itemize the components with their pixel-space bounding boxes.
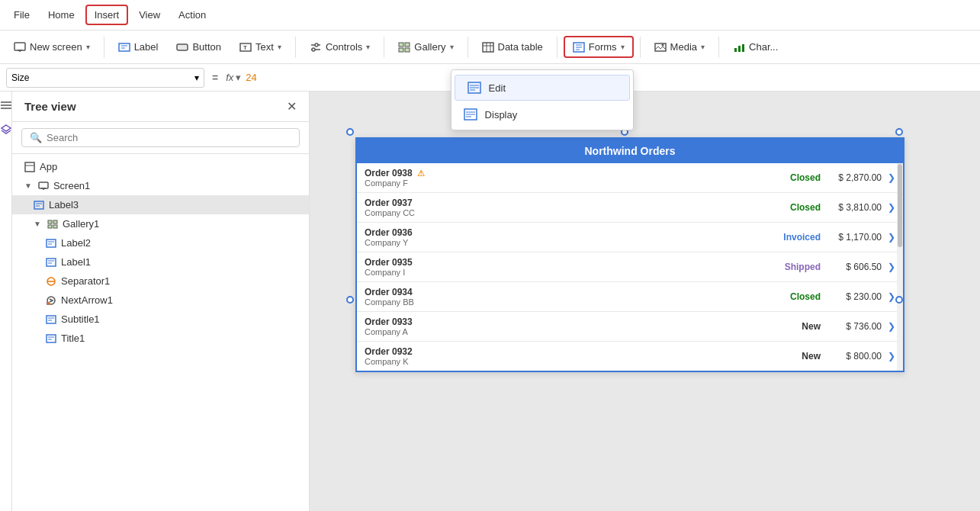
warning-icon-0: ⚠ [417,169,425,178]
svg-point-10 [315,43,318,47]
svg-rect-44 [39,182,48,188]
tree-close-button[interactable]: ✕ [287,99,297,114]
svg-rect-51 [53,220,57,223]
handle-br[interactable] [895,296,903,304]
handle-tr[interactable] [895,128,903,136]
forms-display-item[interactable]: Display [451,102,633,127]
order-info: Order 0934 Company BB [365,287,760,307]
svg-rect-65 [47,316,56,323]
divider-4 [468,37,468,58]
tree-item-title1[interactable]: Title1 [12,329,309,348]
fx-label: fx [226,72,233,83]
menu-action[interactable]: Action [171,6,214,24]
svg-rect-15 [399,48,403,52]
tree-item-app[interactable]: App [12,157,309,176]
toolbar: New screen ▾ Label Button T Text ▾ [0,31,980,64]
svg-rect-37 [742,44,744,52]
svg-rect-17 [483,43,493,52]
svg-rect-68 [47,335,56,342]
tree-item-subtitle1[interactable]: Subtitle1 [12,310,309,329]
text-chevron: ▾ [278,43,281,51]
order-row[interactable]: Order 0937 Company CC Closed $ 3,810.00 … [357,193,903,223]
tree-item-separator1[interactable]: Separator1 [12,272,309,291]
forms-display-icon [464,108,477,121]
menu-bar: File Home Insert View Action [0,0,980,31]
gallery-button[interactable]: Gallery ▾ [390,37,461,56]
order-info: Order 0933 Company A [365,317,760,336]
search-icon: 🔍 [30,132,42,143]
property-chevron: ▾ [194,72,199,83]
button-button[interactable]: Button [169,37,229,56]
label-icon [118,42,130,53]
svg-rect-35 [734,48,737,52]
forms-edit-item[interactable]: Edit [455,75,630,101]
row-chevron-5: ❯ [888,321,895,332]
order-row[interactable]: Order 0932 Company K New $ 800.00 ❯ [357,342,903,371]
tree-item-label2[interactable]: Label2 [12,233,309,252]
forms-icon [573,42,585,53]
new-screen-icon [14,42,26,53]
menu-file[interactable]: File [6,6,37,24]
property-selector[interactable]: Size ▾ [6,68,204,88]
screen-icon [38,182,49,191]
tree-header: Tree view ✕ [12,92,309,122]
canvas-area: Northwind Orders Order 0938 ⚠ Company F … [310,92,980,511]
chart-button[interactable]: Char... [725,37,786,56]
svg-rect-50 [48,220,52,223]
fx-button[interactable]: fx ▾ [226,72,241,83]
forms-edit-icon [468,82,481,94]
svg-rect-53 [53,225,57,228]
order-info: Order 0937 Company CC [365,198,760,217]
svg-rect-6 [177,44,188,50]
menu-home[interactable]: Home [40,6,82,24]
menu-view[interactable]: View [131,6,168,24]
row-chevron-2: ❯ [888,232,895,243]
tree-item-screen1[interactable]: ▼ Screen1 [12,176,309,195]
search-box: 🔍 [21,128,300,147]
controls-chevron: ▾ [366,43,370,51]
order-row[interactable]: Order 0935 Company I Shipped $ 606.50 ❯ [357,252,903,282]
label-button[interactable]: Label [111,37,166,56]
media-button[interactable]: Media ▾ [647,37,712,56]
gallery1-chevron: ▼ [34,220,41,228]
scroll-thumb[interactable] [898,164,902,247]
svg-point-34 [661,43,664,46]
controls-button[interactable]: Controls ▾ [302,37,378,56]
tree-item-nextarrow1[interactable]: NextArrow1 [12,291,309,310]
divider-2 [295,37,296,58]
order-row[interactable]: Order 0934 Company BB Closed $ 230.00 ❯ [357,282,903,312]
formula-value[interactable]: 24 [246,72,256,83]
separator1-icon [46,277,56,286]
tree-content: App ▼ Screen1 Label3 [12,154,309,511]
svg-rect-57 [47,259,56,266]
forms-button[interactable]: Forms ▾ [564,36,634,58]
screen1-chevron: ▼ [24,182,32,190]
handle-bl[interactable] [346,296,354,304]
order-row[interactable]: Order 0938 ⚠ Company F Closed $ 2,870.00… [357,163,903,193]
data-table-button[interactable]: Data table [474,37,551,56]
menu-insert[interactable]: Insert [85,5,129,25]
app-icon [24,162,35,172]
forms-dropdown: Edit Display [451,69,634,130]
row-chevron-3: ❯ [888,262,895,272]
forms-wrapper: Forms ▾ Edit Disp [564,36,634,58]
search-input[interactable] [47,132,291,143]
svg-rect-52 [48,225,52,228]
order-row[interactable]: Order 0933 Company A New $ 736.00 ❯ [357,312,903,342]
tree-item-label3[interactable]: Label3 [12,195,309,214]
svg-rect-0 [14,43,25,50]
order-row[interactable]: Order 0936 Company Y Invoiced $ 1,170.00… [357,223,903,252]
text-button[interactable]: T Text ▾ [232,37,289,56]
new-screen-chevron: ▾ [86,43,90,51]
tree-item-gallery1[interactable]: ▼ Gallery1 [12,214,309,233]
svg-rect-16 [405,48,410,52]
controls-icon [310,42,322,53]
svg-rect-13 [399,43,403,47]
tree-item-label1[interactable]: Label1 [12,252,309,272]
new-screen-button[interactable]: New screen ▾ [6,37,98,56]
title1-icon [46,334,56,343]
northwind-widget: Northwind Orders Order 0938 ⚠ Company F … [355,137,904,372]
svg-rect-54 [47,239,56,247]
handle-tl[interactable] [346,128,354,136]
text-icon: T [239,42,252,53]
